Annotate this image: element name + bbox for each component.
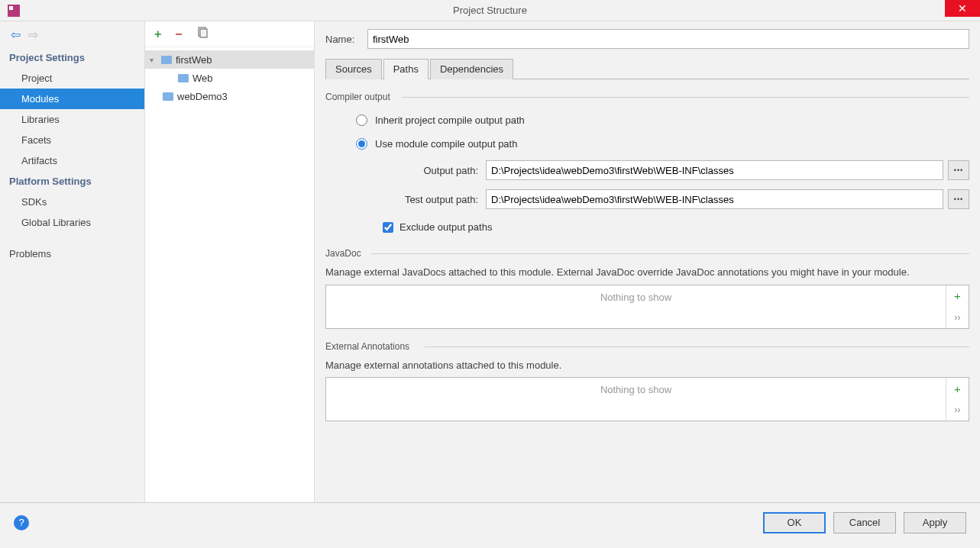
tree-label: firstWeb xyxy=(176,54,212,66)
tree-node-webdemo3[interactable]: webDemo3 xyxy=(145,87,314,105)
radio-module-row: Use module compile output path xyxy=(325,132,969,156)
tree-label: Web xyxy=(192,73,213,84)
name-input[interactable] xyxy=(367,29,969,49)
radio-module-label[interactable]: Use module compile output path xyxy=(375,138,517,150)
add-module-icon[interactable]: + xyxy=(154,27,161,41)
tab-sources[interactable]: Sources xyxy=(325,59,382,79)
nav-project[interactable]: Project xyxy=(0,68,144,89)
tree-label: webDemo3 xyxy=(177,91,228,102)
annotations-more-icon[interactable]: ›› xyxy=(946,399,969,421)
nav-problems[interactable]: Problems xyxy=(0,243,144,264)
module-tree: ▾ firstWeb Web webDemo3 xyxy=(145,47,314,108)
settings-sidebar: ⇦ ⇨ Project Settings Project Modules Lib… xyxy=(0,21,145,502)
browse-test-output-button[interactable]: ••• xyxy=(948,189,969,209)
web-icon xyxy=(177,73,189,83)
name-row: Name: xyxy=(325,29,969,49)
nav-sdks[interactable]: SDKs xyxy=(0,192,144,212)
svg-rect-3 xyxy=(200,29,207,37)
tabs: Sources Paths Dependencies xyxy=(325,58,969,79)
cancel-button[interactable]: Cancel xyxy=(833,512,896,533)
javadoc-desc: Manage external JavaDocs attached to thi… xyxy=(325,265,969,280)
output-path-label: Output path: xyxy=(379,165,478,176)
close-button[interactable]: ✕ xyxy=(945,0,980,17)
caret-down-icon[interactable]: ▾ xyxy=(150,56,160,64)
svg-rect-1 xyxy=(9,6,13,10)
ok-button[interactable]: OK xyxy=(763,512,826,533)
output-path-input[interactable] xyxy=(486,160,943,180)
group-annotations: External Annotations xyxy=(325,341,969,352)
nav-arrows: ⇦ ⇨ xyxy=(0,21,144,47)
nav-libraries[interactable]: Libraries xyxy=(0,109,144,130)
nav-artifacts[interactable]: Artifacts xyxy=(0,150,144,171)
radio-inherit[interactable] xyxy=(356,114,367,126)
annotations-list: Nothing to show + ›› xyxy=(325,377,969,421)
exclude-label[interactable]: Exclude output paths xyxy=(399,221,492,233)
exclude-checkbox[interactable] xyxy=(383,222,393,233)
javadoc-add-icon[interactable]: + xyxy=(946,285,969,307)
javadoc-empty: Nothing to show xyxy=(326,285,946,328)
tab-dependencies[interactable]: Dependencies xyxy=(430,59,513,79)
section-project-settings: Project Settings xyxy=(0,47,144,68)
browse-output-button[interactable]: ••• xyxy=(948,160,969,180)
help-icon[interactable]: ? xyxy=(14,515,29,530)
test-output-path-label: Test output path: xyxy=(379,194,478,205)
group-javadoc: JavaDoc xyxy=(325,248,969,259)
tree-node-web[interactable]: Web xyxy=(145,69,314,87)
remove-module-icon[interactable]: − xyxy=(175,27,182,41)
nav-modules[interactable]: Modules xyxy=(0,89,144,109)
radio-inherit-row: Inherit project compile output path xyxy=(325,108,969,132)
module-content: Name: Sources Paths Dependencies Compile… xyxy=(315,21,980,502)
test-output-path-row: Test output path: ••• xyxy=(325,185,969,214)
titlebar: Project Structure ✕ xyxy=(0,0,980,21)
output-path-row: Output path: ••• xyxy=(325,156,969,185)
section-platform-settings: Platform Settings xyxy=(0,171,144,192)
forward-arrow-icon[interactable]: ⇨ xyxy=(28,27,38,42)
javadoc-list: Nothing to show + ›› xyxy=(325,285,969,329)
javadoc-more-icon[interactable]: ›› xyxy=(946,307,969,328)
radio-module[interactable] xyxy=(356,138,367,150)
apply-button[interactable]: Apply xyxy=(904,512,966,533)
tree-toolbar: + − xyxy=(145,21,314,47)
radio-inherit-label[interactable]: Inherit project compile output path xyxy=(375,114,525,126)
javadoc-sidebtns: + ›› xyxy=(946,285,969,328)
nav-facets[interactable]: Facets xyxy=(0,130,144,150)
tab-paths[interactable]: Paths xyxy=(383,59,429,79)
group-compiler-output: Compiler output xyxy=(325,92,969,102)
exclude-row: Exclude output paths xyxy=(325,214,969,236)
name-label: Name: xyxy=(325,34,367,45)
tree-node-firstweb[interactable]: ▾ firstWeb xyxy=(145,50,314,69)
annotations-sidebtns: + ›› xyxy=(946,378,969,421)
test-output-path-input[interactable] xyxy=(486,189,943,209)
main-area: ⇦ ⇨ Project Settings Project Modules Lib… xyxy=(0,21,980,502)
back-arrow-icon[interactable]: ⇦ xyxy=(11,27,21,42)
folder-icon xyxy=(162,91,174,102)
window-title: Project Structure xyxy=(453,5,527,16)
folder-icon xyxy=(160,54,173,65)
footer: ? OK Cancel Apply xyxy=(0,502,980,542)
copy-module-icon[interactable] xyxy=(196,27,209,42)
module-tree-panel: + − ▾ firstWeb Web webDemo3 xyxy=(145,21,315,502)
app-icon xyxy=(8,5,20,17)
annotations-desc: Manage external annotations attached to … xyxy=(325,358,969,373)
annotations-add-icon[interactable]: + xyxy=(946,378,969,399)
nav-global-libraries[interactable]: Global Libraries xyxy=(0,212,144,233)
annotations-empty: Nothing to show xyxy=(326,378,946,421)
